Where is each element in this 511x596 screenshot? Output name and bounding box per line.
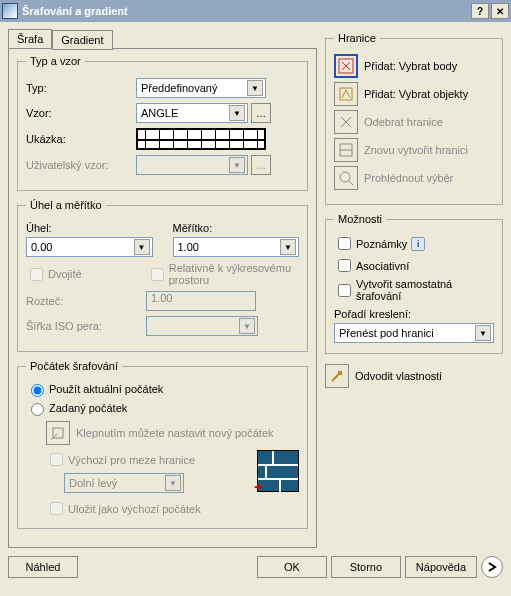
chevron-down-icon: ▼: [280, 239, 296, 255]
svg-line-11: [349, 181, 353, 185]
tab-hatch[interactable]: Šrafa: [8, 29, 52, 48]
recreate-boundary-button: [334, 138, 358, 162]
add-select-objects-button[interactable]: [334, 82, 358, 106]
label-type: Typ:: [26, 82, 136, 94]
label-remove-boundaries: Odebrat hranice: [364, 116, 443, 128]
checkbox-store-default-origin: Uložit jako výchozí počátek: [46, 499, 299, 518]
chevron-down-icon: ▼: [134, 239, 150, 255]
inherit-properties-button[interactable]: [325, 364, 349, 388]
chevron-down-icon: ▼: [239, 318, 255, 334]
hatch-sample-preview[interactable]: [136, 128, 266, 150]
checkbox-relative: Relativně k výkresovému prostoru: [147, 262, 299, 286]
svg-line-1: [51, 434, 57, 440]
select-iso-pen: ▼: [146, 316, 258, 336]
app-icon: [2, 3, 18, 19]
checkbox-annotations[interactable]: Poznámky i: [334, 234, 494, 253]
chevron-down-icon: ▼: [229, 157, 245, 173]
select-origin-corner-value: Dolní levý: [69, 477, 117, 489]
select-scale[interactable]: 1.00 ▼: [173, 237, 300, 257]
help-button-footer[interactable]: Nápověda: [405, 556, 477, 578]
select-scale-value: 1.00: [178, 241, 199, 253]
chevron-down-icon: ▼: [247, 80, 263, 96]
plus-icon: +: [254, 479, 262, 495]
checkbox-associative[interactable]: Asociativní: [334, 256, 494, 275]
label-scale: Měřítko:: [173, 222, 300, 234]
checkbox-default-bounds: Výchozí pro meze hranice: [46, 450, 247, 469]
checkbox-separate-hatches[interactable]: Vytvořit samostatná šrafování: [334, 278, 494, 302]
label-iso-pen: Šířka ISO pera:: [26, 320, 146, 332]
select-angle-value: 0.00: [31, 241, 52, 253]
label-click-set-origin: Klepnutím můžete nastavit nový počátek: [76, 427, 274, 439]
label-double: Dvojité: [48, 268, 82, 280]
select-draw-order[interactable]: Přenést pod hranici ▼: [334, 323, 494, 343]
svg-point-10: [340, 172, 350, 182]
label-add-pick-points: Přidat: Vybrat body: [364, 60, 457, 72]
info-icon[interactable]: i: [411, 237, 425, 251]
radio-specified-origin[interactable]: Zadaný počátek: [26, 400, 299, 416]
group-options: Možnosti Poznámky i Asociativní Vytvořit…: [325, 213, 503, 354]
label-default-bounds: Výchozí pro meze hranice: [68, 454, 195, 466]
cancel-button[interactable]: Storno: [331, 556, 401, 578]
label-inherit-properties: Odvodit vlastnosti: [355, 370, 442, 382]
pick-origin-button: [46, 421, 70, 445]
label-relative: Relativně k výkresovému prostoru: [169, 262, 299, 286]
chevron-down-icon: ▼: [475, 325, 491, 341]
legend-boundaries: Hranice: [334, 32, 380, 44]
label-associative: Asociativní: [356, 260, 409, 272]
group-type-pattern: Typ a vzor Typ: Předdefinovaný ▼ Vzor: A…: [17, 55, 308, 191]
radio-use-current-origin[interactable]: Použít aktuální počátek: [26, 381, 299, 397]
chevron-down-icon: ▼: [229, 105, 245, 121]
checkbox-double: Dvojité: [26, 265, 135, 284]
expand-button[interactable]: [481, 556, 503, 578]
select-type-value: Předdefinovaný: [141, 82, 217, 94]
ok-button[interactable]: OK: [257, 556, 327, 578]
label-spacing: Rozteč:: [26, 295, 146, 307]
label-add-select-objects: Přidat: Vybrat objekty: [364, 88, 468, 100]
label-pattern: Vzor:: [26, 107, 136, 119]
select-custom-pattern: ▼: [136, 155, 248, 175]
select-pattern-value: ANGLE: [141, 107, 178, 119]
label-specified-origin: Zadaný počátek: [49, 402, 127, 414]
label-view-selection: Prohlédnout výběr: [364, 172, 453, 184]
legend-angle-scale: Úhel a měřítko: [26, 199, 106, 211]
label-custom-pattern: Uživatelský vzor:: [26, 159, 136, 171]
label-separate-hatches: Vytvořit samostatná šrafování: [356, 278, 494, 302]
chevron-down-icon: ▼: [165, 475, 181, 491]
view-selection-button: [334, 166, 358, 190]
group-angle-scale: Úhel a měřítko Úhel: 0.00 ▼ Měřítko: 1.0…: [17, 199, 308, 352]
select-draw-order-value: Přenést pod hranici: [339, 327, 434, 339]
close-button[interactable]: ✕: [491, 3, 509, 19]
preview-button[interactable]: Náhled: [8, 556, 78, 578]
legend-options: Možnosti: [334, 213, 386, 225]
chevron-right-icon: [487, 562, 497, 572]
tab-gradient[interactable]: Gradient: [52, 30, 112, 50]
group-origin: Počátek šrafování Použít aktuální počáte…: [17, 360, 308, 529]
legend-origin: Počátek šrafování: [26, 360, 122, 372]
label-angle: Úhel:: [26, 222, 153, 234]
label-draw-order: Pořadí kreslení:: [334, 308, 494, 320]
window-title: Šrafování a gradient: [22, 5, 469, 17]
custom-browse-button: …: [251, 155, 271, 175]
label-recreate-boundary: Znovu vytvořit hranici: [364, 144, 468, 156]
select-type[interactable]: Předdefinovaný ▼: [136, 78, 266, 98]
label-annotations: Poznámky: [356, 238, 407, 250]
group-boundaries: Hranice Přidat: Vybrat body Přidat: Vybr…: [325, 32, 503, 205]
pattern-browse-button[interactable]: …: [251, 103, 271, 123]
label-store-default-origin: Uložit jako výchozí počátek: [68, 503, 201, 515]
legend-type-pattern: Typ a vzor: [26, 55, 85, 67]
select-origin-corner: Dolní levý ▼: [64, 473, 184, 493]
select-pattern[interactable]: ANGLE ▼: [136, 103, 248, 123]
add-pick-points-button[interactable]: [334, 54, 358, 78]
label-sample: Ukázka:: [26, 133, 136, 145]
help-button[interactable]: ?: [471, 3, 489, 19]
label-use-current-origin: Použít aktuální počátek: [49, 383, 163, 395]
select-angle[interactable]: 0.00 ▼: [26, 237, 153, 257]
origin-preview-icon: +: [257, 450, 299, 492]
input-spacing: 1.00: [146, 291, 256, 311]
remove-boundaries-button: [334, 110, 358, 134]
svg-rect-12: [338, 371, 342, 375]
